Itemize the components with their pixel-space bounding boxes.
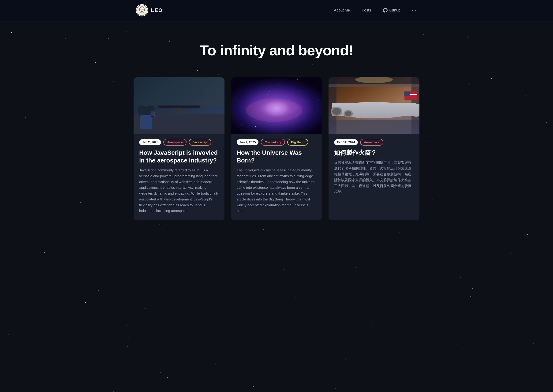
svg-point-41 bbox=[241, 124, 242, 125]
tag-bigbang-1[interactable]: Big Bang bbox=[287, 139, 308, 146]
hero-title: To infinity and beyond! bbox=[5, 42, 548, 59]
svg-point-42 bbox=[255, 126, 256, 127]
card-body-2: Jan 2, 2025 Cosmology Big Bang How the U… bbox=[231, 134, 322, 220]
svg-point-61 bbox=[345, 111, 352, 116]
card-body-3: Feb 12, 2024 Aerospace 如何製作火箭？ 火箭被譽為人類邁向… bbox=[329, 134, 419, 220]
svg-point-46 bbox=[307, 108, 307, 108]
card-image-rocket bbox=[329, 77, 419, 134]
svg-point-31 bbox=[234, 82, 235, 82]
tag-aerospace-1[interactable]: Aerospace bbox=[163, 139, 186, 146]
svg-point-2 bbox=[141, 9, 141, 10]
card-js-aerospace[interactable]: Jan 2, 2025 Aerospace Javascript How Jav… bbox=[134, 77, 224, 220]
svg-point-48 bbox=[260, 101, 297, 115]
svg-rect-27 bbox=[151, 112, 154, 116]
card-excerpt-2: The universe's origins have fascinated h… bbox=[237, 168, 316, 214]
svg-point-47 bbox=[246, 98, 302, 122]
svg-point-57 bbox=[409, 104, 419, 117]
svg-point-36 bbox=[314, 89, 314, 89]
card-meta-3: Feb 12, 2024 Aerospace bbox=[334, 139, 414, 146]
svg-rect-50 bbox=[329, 119, 419, 134]
card-excerpt-3: 火箭被譽為人類邁向宇宙的關鍵工具，其製造與發展代表著科技的巔峰。然而，火箭的設計… bbox=[334, 160, 414, 195]
svg-point-40 bbox=[321, 117, 321, 118]
svg-point-32 bbox=[246, 88, 246, 88]
svg-point-37 bbox=[239, 96, 239, 96]
card-title-2: How the Universe Was Born? bbox=[237, 149, 316, 164]
nav-about-me[interactable]: About Me bbox=[334, 8, 350, 12]
svg-rect-28 bbox=[231, 77, 322, 134]
card-date-1: Jan 2, 2025 bbox=[139, 139, 161, 145]
tag-javascript-1[interactable]: Javascript bbox=[189, 139, 211, 146]
svg-rect-9 bbox=[159, 83, 199, 105]
card-excerpt-1: JavaScript, commonly referred to as JS, … bbox=[139, 168, 219, 214]
card-image-desk bbox=[134, 77, 224, 134]
svg-rect-17 bbox=[160, 98, 172, 99]
svg-point-38 bbox=[318, 101, 319, 101]
svg-point-35 bbox=[297, 79, 298, 80]
card-body-1: Jan 2, 2025 Aerospace Javascript How Jav… bbox=[134, 134, 224, 220]
nav-github-link[interactable]: Github bbox=[383, 8, 401, 13]
svg-point-44 bbox=[269, 91, 270, 91]
nav-brand[interactable]: LEO bbox=[136, 4, 163, 16]
card-rocket[interactable]: Feb 12, 2024 Aerospace 如何製作火箭？ 火箭被譽為人類邁向… bbox=[329, 77, 419, 220]
svg-rect-14 bbox=[160, 92, 181, 93]
dropdown-label: - bbox=[412, 8, 413, 12]
svg-point-58 bbox=[331, 107, 342, 116]
svg-rect-10 bbox=[160, 85, 179, 86]
card-date-3: Feb 12, 2024 bbox=[334, 139, 358, 145]
cards-section: Jan 2, 2025 Aerospace Javascript How Jav… bbox=[126, 77, 427, 220]
nav-posts[interactable]: Posts bbox=[362, 8, 371, 12]
svg-rect-56 bbox=[332, 103, 416, 116]
svg-point-60 bbox=[344, 110, 353, 118]
svg-rect-20 bbox=[177, 108, 181, 111]
svg-rect-25 bbox=[140, 115, 152, 129]
svg-point-24 bbox=[141, 96, 151, 106]
brand-name-text: LEO bbox=[151, 7, 163, 13]
svg-point-59 bbox=[332, 108, 341, 115]
svg-rect-11 bbox=[160, 87, 188, 87]
svg-rect-21 bbox=[173, 111, 185, 112]
svg-point-3 bbox=[143, 9, 143, 10]
nav-links: About Me Posts Github - bbox=[334, 8, 417, 13]
svg-rect-8 bbox=[158, 82, 200, 108]
chevron-down-icon bbox=[414, 9, 417, 12]
tag-cosmology-1[interactable]: Cosmology bbox=[261, 139, 285, 146]
tag-aerospace-3[interactable]: Aerospace bbox=[360, 139, 383, 146]
svg-point-55 bbox=[332, 102, 416, 119]
hero-section: To infinity and beyond! bbox=[0, 21, 553, 73]
svg-rect-16 bbox=[160, 96, 186, 97]
card-meta-2: Jan 2, 2025 Cosmology Big Bang bbox=[237, 139, 316, 146]
svg-rect-18 bbox=[160, 100, 179, 101]
svg-rect-19 bbox=[160, 102, 184, 102]
svg-rect-13 bbox=[160, 91, 184, 91]
card-image-galaxy bbox=[231, 77, 322, 134]
github-icon bbox=[383, 8, 387, 13]
svg-point-34 bbox=[279, 84, 279, 85]
card-universe[interactable]: Jan 2, 2025 Cosmology Big Bang How the U… bbox=[231, 77, 322, 220]
svg-rect-66 bbox=[404, 91, 410, 96]
card-meta-1: Jan 2, 2025 Aerospace Javascript bbox=[139, 139, 219, 146]
svg-rect-65 bbox=[404, 96, 417, 97]
navbar: LEO About Me Posts Github - bbox=[0, 0, 553, 21]
nav-dropdown[interactable]: - bbox=[412, 8, 417, 12]
svg-rect-15 bbox=[160, 94, 177, 95]
svg-point-45 bbox=[288, 96, 289, 96]
github-label: Github bbox=[389, 8, 401, 12]
avatar bbox=[136, 4, 148, 16]
card-title-1: How JavaScript is invovled in the aerosp… bbox=[139, 149, 219, 164]
svg-rect-29 bbox=[231, 77, 322, 134]
svg-rect-30 bbox=[231, 77, 322, 134]
card-date-2: Jan 2, 2025 bbox=[237, 139, 258, 145]
svg-point-33 bbox=[262, 81, 263, 81]
svg-point-43 bbox=[302, 122, 303, 122]
svg-rect-12 bbox=[160, 89, 174, 89]
card-title-3: 如何製作火箭？ bbox=[334, 149, 414, 157]
